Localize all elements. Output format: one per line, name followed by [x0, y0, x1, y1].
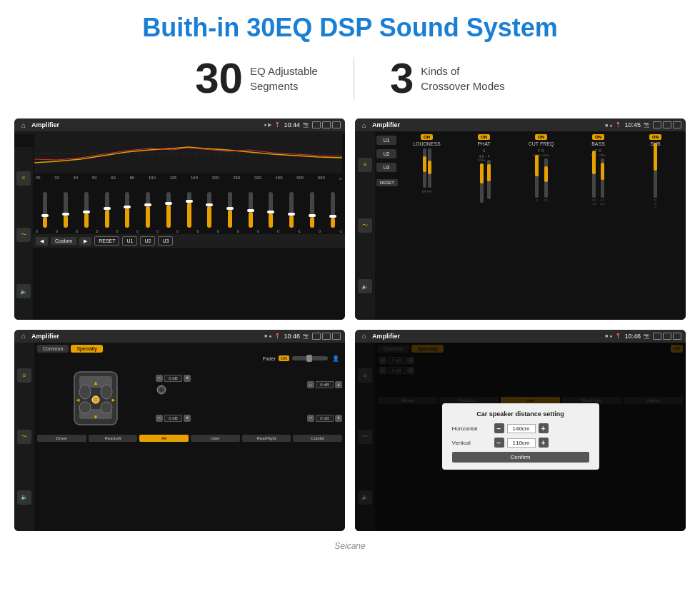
svg-point-7	[79, 385, 91, 399]
eq-prev-btn[interactable]: ◀	[36, 237, 48, 246]
eq-u1-btn[interactable]: U1	[122, 236, 137, 246]
home-icon-3[interactable]: ⌂	[19, 331, 29, 341]
screens-grid: ⌂ Amplifier ● ▶ 📍 10:44 📷 ≡ 〜 🔈	[0, 111, 700, 538]
eq-play-btn[interactable]: ▶	[79, 237, 91, 246]
eq-main: ≡ 〜 🔈 2532405063 80100125160200 25032040…	[14, 134, 345, 320]
eq-slider-col	[323, 192, 342, 228]
eq-bottom-bar: ◀ Custom ▶ RESET U1 U2 U3	[14, 234, 345, 248]
db-minus-br[interactable]: −	[307, 415, 314, 422]
dialog-row-horizontal: Horizontal − 140cm +	[452, 423, 589, 433]
crossover-u3[interactable]: U3	[376, 163, 396, 172]
crossover-u2[interactable]: U2	[376, 149, 396, 158]
db-plus-br[interactable]: +	[335, 415, 342, 422]
page-title: Buith-in 30EQ DSP Sound System	[0, 0, 700, 50]
svg-point-9	[79, 402, 91, 413]
db-minus-bl[interactable]: −	[156, 415, 163, 422]
eq-u3-btn[interactable]: U3	[158, 236, 173, 246]
btn-rearright[interactable]: RearRight	[242, 435, 291, 442]
eq-slider-col	[76, 192, 96, 228]
eq-custom-btn[interactable]: Custom	[51, 237, 76, 245]
horizontal-plus[interactable]: +	[539, 423, 549, 433]
db-plus-tl[interactable]: +	[184, 375, 191, 382]
eq-slider-col	[139, 192, 158, 228]
speaker-ctrl-1[interactable]: ≡	[17, 368, 31, 383]
vertical-plus[interactable]: +	[539, 438, 549, 448]
home-icon-2[interactable]: ⌂	[359, 120, 369, 130]
eq-slider-col	[118, 192, 137, 228]
home-icon-1[interactable]: ⌂	[19, 120, 29, 130]
btn-driver[interactable]: Driver	[37, 435, 86, 442]
on-badge-phat[interactable]: ON	[478, 134, 490, 140]
db-value-tr: 0 dB	[316, 381, 334, 388]
db-value-tl: 0 dB	[164, 375, 182, 382]
eq-slider-col	[159, 192, 178, 228]
distance-screen-content: ≡ 〜 🔈 Common Specialty ON − 0 dB +	[355, 343, 686, 531]
vertical-minus[interactable]: −	[494, 438, 504, 448]
horizontal-label: Horizontal	[452, 425, 491, 432]
on-badge-cutfreq[interactable]: ON	[535, 134, 547, 140]
col-label-cutfreq: CUT FREQ	[529, 141, 554, 146]
col-loudness: ON LOUDNESS	[399, 134, 454, 317]
db-control-br: − 0 dB +	[307, 415, 342, 422]
db-minus-tr[interactable]: −	[307, 381, 314, 388]
btn-user[interactable]: User	[191, 435, 240, 442]
on-badge-loudness[interactable]: ON	[421, 134, 433, 140]
col-label-loudness: LOUDNESS	[413, 141, 441, 146]
btn-rearleft[interactable]: RearLeft	[89, 435, 138, 442]
screen-speaker: ⌂ Amplifier ■ ● 📍 10:46 📷 ≡ 〜 🔈 Common S…	[14, 330, 345, 531]
confirm-button[interactable]: Confirm	[452, 452, 589, 463]
time-3: 10:46	[284, 333, 300, 340]
watermark: Seicane	[0, 538, 700, 554]
eq-ctrl-2[interactable]: 〜	[16, 228, 31, 242]
db-plus-tr[interactable]: +	[335, 381, 342, 388]
crossover-u1[interactable]: U1	[376, 136, 396, 145]
statusbar-2: ⌂ Amplifier ■ ● 📍 10:45 📷	[355, 118, 686, 131]
crossover-ctrl-3[interactable]: 🔈	[358, 279, 372, 293]
eq-stat: 30 EQ Adjustable Segments	[159, 57, 354, 100]
btn-copilot[interactable]: Copilot	[293, 435, 342, 442]
eq-u2-btn[interactable]: U2	[140, 236, 155, 246]
horizontal-minus[interactable]: −	[494, 423, 504, 433]
speaker-ctrl-3[interactable]: 🔈	[17, 490, 31, 505]
eq-ctrl-3[interactable]: 🔈	[16, 284, 31, 298]
home-icon-4[interactable]: ⌂	[359, 331, 369, 341]
db-value-br: 0 dB	[316, 415, 334, 422]
tab-specialty-3[interactable]: Specialty	[71, 345, 102, 353]
on-badge-sub[interactable]: ON	[649, 134, 661, 140]
eq-ctrl-1[interactable]: ≡	[16, 171, 31, 186]
fader-thumb[interactable]	[306, 355, 312, 362]
crossover-left-controls: ≡ 〜 🔈	[355, 131, 375, 320]
eq-text: EQ Adjustable Segments	[250, 64, 318, 94]
dialog-title: Car speaker distance setting	[452, 410, 589, 418]
crossover-reset[interactable]: RESET	[376, 179, 398, 186]
svg-point-11	[92, 396, 99, 403]
btn-all[interactable]: All	[139, 435, 189, 442]
eq-slider-col	[261, 192, 281, 228]
col-sub: ON SUB G 20 15 5 0	[628, 134, 683, 317]
speaker-ctrl-2[interactable]: 〜	[17, 430, 31, 444]
vertical-label: Vertical	[452, 440, 491, 446]
svg-text:▲: ▲	[93, 380, 99, 386]
time-2: 10:45	[624, 121, 641, 128]
speaker-content: Common Specialty Fader ON 👤 −	[34, 343, 345, 531]
db-plus-bl[interactable]: +	[184, 415, 191, 422]
col-phat: ON PHAT G 3.0 120Hz F	[456, 134, 511, 317]
tab-common-3[interactable]: Common	[37, 345, 69, 353]
db-minus-tl[interactable]: −	[156, 375, 163, 382]
eq-reset-btn[interactable]: RESET	[94, 236, 119, 246]
crossover-text: Kinds of Crossover Modes	[421, 64, 505, 94]
crossover-ctrl-2[interactable]: 〜	[358, 218, 372, 233]
fader-on[interactable]: ON	[279, 355, 289, 361]
on-badge-bass[interactable]: ON	[592, 134, 604, 140]
col-label-phat: PHAT	[477, 141, 490, 146]
crossover-ctrl-1[interactable]: ≡	[358, 158, 372, 172]
stats-row: 30 EQ Adjustable Segments 3 Kinds of Cro…	[0, 50, 700, 111]
eq-freq-labels: 2532405063 80100125160200 25032040050063…	[14, 175, 345, 183]
fader-track[interactable]	[292, 356, 328, 360]
eq-slider-col	[36, 192, 55, 228]
statusbar-4: ⌂ Amplifier ■ ● 📍 10:46 📷	[355, 330, 686, 343]
eq-slider-col	[221, 192, 240, 228]
db-control-tl: − 0 dB +	[156, 375, 224, 382]
app-name-1: Amplifier	[31, 121, 261, 128]
app-name-2: Amplifier	[372, 121, 602, 128]
